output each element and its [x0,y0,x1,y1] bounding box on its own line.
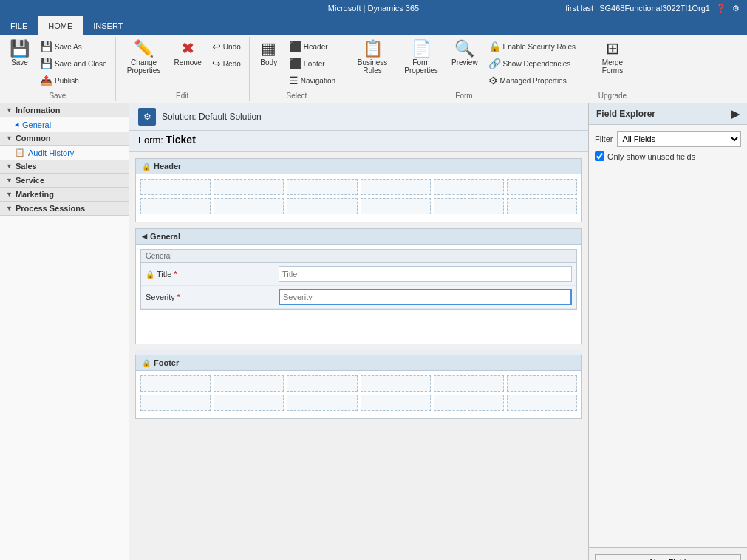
form-group-label: Form [347,90,581,101]
change-properties-button[interactable]: ✏️ Change Properties [120,38,168,77]
header-button[interactable]: ⬛ Header [285,38,339,55]
service-arrow: ▼ [6,177,13,184]
managed-properties-button[interactable]: ⚙ Managed Properties [485,72,579,89]
solution-text: Solution: Default Solution [162,112,262,122]
merge-forms-button[interactable]: ⊞ Merge Forms [589,38,636,77]
enable-security-button[interactable]: 🔒 Enable Security Roles [485,38,579,55]
footer-section-header: 🔒 Footer [136,355,581,371]
footer-cell-12[interactable] [507,395,577,411]
general-bottom-space [136,314,581,344]
footer-button[interactable]: ⬛ Footer [285,55,339,72]
footer-cell-2[interactable] [214,375,284,392]
body-button[interactable]: ▦ Body [254,38,284,69]
footer-cell-10[interactable] [361,395,431,411]
header-cell-9[interactable] [287,198,357,214]
undo-button[interactable]: ↩ Undo [208,38,245,55]
remove-icon: ✖ [181,41,194,57]
general-inner: General 🔒 Title * Severity [140,249,577,310]
footer-cell-1[interactable] [140,375,211,392]
nav-expand-general: ◂ [15,120,19,129]
nav-section-service[interactable]: ▼ Service [0,174,129,188]
body-icon: ▦ [261,41,276,57]
ribbon-group-upgrade: ⊞ Merge Forms Upgrade [584,37,641,101]
save-group-label: Save [3,90,112,101]
tab-insert[interactable]: INSERT [83,16,133,35]
nav-section-marketing[interactable]: ▼ Marketing [0,188,129,202]
severity-field-row: Severity * [141,286,576,309]
save-as-button[interactable]: 💾 Save As [36,38,111,55]
new-field-button[interactable]: New Field [595,554,741,560]
header-cell-4[interactable] [361,179,431,195]
expand-icon[interactable]: ▶ [731,108,740,120]
form-title-bar: Form: Ticket [129,131,588,152]
preview-button[interactable]: 🔍 Preview [446,38,483,69]
footer-cell-4[interactable] [361,375,431,392]
redo-icon: ↪ [212,58,221,69]
publish-icon: 📤 [40,75,52,86]
form-properties-icon: 📄 [412,41,432,57]
header-cell-1[interactable] [140,179,211,195]
nav-item-audit-history[interactable]: 📋 Audit History [0,146,129,160]
redo-button[interactable]: ↪ Redo [208,55,245,72]
audit-icon: 📋 [15,148,25,157]
header-cell-6[interactable] [507,179,577,195]
footer-cell-11[interactable] [434,395,504,411]
header-lock-icon: 🔒 [142,163,151,171]
header-cell-11[interactable] [434,198,504,214]
nav-section-information[interactable]: ▼ Information [0,103,129,117]
footer-cell-5[interactable] [434,375,504,392]
nav-section-sales[interactable]: ▼ Sales [0,160,129,174]
footer-section-label: Footer [154,358,179,367]
ribbon-tabs: FILE HOME INSERT [0,16,747,35]
severity-input[interactable] [279,289,572,305]
footer-cell-7[interactable] [140,395,211,411]
footer-cell-3[interactable] [287,375,357,392]
show-dependencies-button[interactable]: 🔗 Show Dependencies [485,55,579,72]
field-explorer-content: Filter All Fields Required Fields Custom… [589,125,747,547]
nav-item-general[interactable]: ◂ General [0,117,129,132]
header-section-content [136,174,581,222]
severity-field-label: Severity * [146,293,279,301]
filter-select[interactable]: All Fields Required Fields Custom Fields [617,131,741,147]
information-arrow: ▼ [6,106,13,114]
header-section-header: 🔒 Header [136,159,581,174]
header-cell-10[interactable] [361,198,431,214]
header-cell-12[interactable] [507,198,577,214]
header-cell-8[interactable] [214,198,284,214]
publish-button[interactable]: 📤 Publish [36,72,111,89]
general-nav-label: General [22,120,51,129]
severity-label-text: Severity [146,293,175,301]
header-cell-7[interactable] [140,198,211,214]
footer-cell-6[interactable] [507,375,577,392]
nav-section-process-sessions[interactable]: ▼ Process Sessions [0,202,129,216]
service-label: Service [16,176,44,185]
form-properties-button[interactable]: 📄 Form Properties [398,38,445,77]
edit-group-label: Edit [119,90,246,101]
footer-cell-8[interactable] [214,395,284,411]
header-cell-2[interactable] [214,179,284,195]
remove-button[interactable]: ✖ Remove [169,38,207,69]
ribbon-group-edit: ✏️ Change Properties ✖ Remove ↩ Undo ↪ R… [116,37,250,101]
help-icon[interactable]: ❓ [716,4,726,13]
nav-section-common[interactable]: ▼ Common [0,132,129,146]
settings-icon[interactable]: ⚙ [732,4,740,13]
sales-label: Sales [16,162,37,171]
upgrade-group-label: Upgrade [587,90,638,101]
right-panel: Field Explorer ▶ Filter All Fields Requi… [588,103,747,560]
sales-arrow: ▼ [6,163,13,170]
title-input[interactable] [279,266,572,282]
ribbon-group-save: 💾 Save 💾 Save As 💾 Save and Close 📤 Publ… [0,37,116,101]
save-close-button[interactable]: 💾 Save and Close [36,55,111,72]
save-as-icon: 💾 [40,41,52,52]
navigation-button[interactable]: ☰ Navigation [285,72,339,89]
save-button[interactable]: 💾 Save [4,38,35,69]
header-cell-5[interactable] [434,179,504,195]
tab-file[interactable]: FILE [0,16,38,35]
business-rules-button[interactable]: 📋 Business Rules [349,38,396,77]
tab-home[interactable]: HOME [38,16,83,35]
security-icon: 🔒 [488,41,501,52]
header-cell-3[interactable] [287,179,357,195]
footer-section-content [136,371,581,418]
footer-cell-9[interactable] [287,395,357,411]
unused-fields-checkbox[interactable] [595,151,604,161]
